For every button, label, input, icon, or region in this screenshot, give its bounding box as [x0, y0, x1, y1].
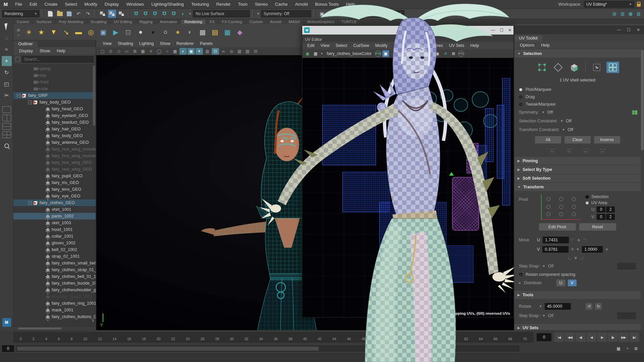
outliner-menu-item[interactable]: Help [54, 49, 68, 53]
transform-section-header[interactable]: ▼Transform [514, 183, 641, 191]
single-pane-layout-icon[interactable] [2, 106, 11, 113]
pixel-snap-icon[interactable]: ⊠ [450, 50, 457, 57]
distribute-u-button[interactable]: U [556, 280, 565, 286]
step-forward-key-button[interactable]: ▶▶ [619, 333, 629, 342]
uv-shell[interactable] [436, 111, 447, 122]
pivot-selection-radio[interactable]: Selection [585, 194, 615, 199]
character-set-icon[interactable]: ▦ [615, 345, 622, 352]
outliner-row[interactable]: − pants_1002 [13, 213, 96, 220]
selection-button[interactable]: Clear [565, 136, 591, 143]
menu-item[interactable]: File [11, 2, 26, 7]
menu-item[interactable]: Windows [122, 2, 148, 7]
channel-box-toggle-icon[interactable]: ▦ [627, 10, 634, 17]
chevron-down-icon[interactable]: ▼ [189, 12, 192, 15]
shelf-tab[interactable]: Custom [246, 19, 266, 24]
safe-title-icon[interactable]: ○ [163, 48, 171, 55]
selection-range-icon[interactable]: ←→▪▪▪ [598, 147, 607, 154]
uv-shell[interactable] [454, 98, 468, 112]
animation-preferences-icon[interactable]: ⊞ [633, 345, 639, 352]
pivot-position-grid[interactable] [541, 194, 581, 220]
maya-m-icon[interactable]: M [2, 318, 11, 327]
shelf-tab[interactable]: Arnold [267, 19, 284, 24]
selection-border-icon[interactable]: ←→▪▪▪ [581, 147, 591, 154]
uv-editor-menu-item[interactable]: Modify [372, 43, 390, 48]
minimize-button[interactable]: — [491, 28, 495, 33]
step-back-frame-button[interactable]: ◀| [576, 333, 586, 342]
psd-network-icon[interactable]: PSD [458, 51, 464, 57]
ipr-render-icon[interactable]: ▶ [110, 26, 121, 38]
shelf-tab[interactable]: MASH [285, 19, 303, 24]
viewport-menu-item[interactable]: Show [157, 41, 173, 46]
uv-shell[interactable] [386, 246, 473, 283]
shelf-tab[interactable]: Animation [157, 19, 180, 24]
outliner-row[interactable]: − side [13, 85, 96, 92]
expand-toggle[interactable]: − [28, 101, 32, 104]
shadows-icon[interactable]: ▥ [204, 48, 211, 55]
gold-material-icon[interactable]: ● [172, 26, 183, 38]
menu-item[interactable]: Bonus Tools [311, 2, 342, 7]
reset-pivot-button[interactable]: Reset [579, 223, 616, 231]
live-surface-field[interactable]: No Live Surface [193, 10, 250, 17]
outliner-row[interactable]: − strap_02_1001 [13, 253, 96, 260]
step-snap-value-field[interactable] [617, 263, 636, 269]
outliner-row[interactable]: − fairy_clothes_belt_01_1002 [13, 273, 96, 280]
image-ratio-icon[interactable]: ▣ [434, 50, 441, 57]
selection-button[interactable]: All [535, 136, 561, 143]
outliner-tab[interactable]: Outliner [13, 41, 38, 47]
symmetry-field[interactable]: Symmetry: Off [261, 10, 311, 17]
move-u-field[interactable]: 1.7431 [543, 237, 569, 243]
command-line-strip[interactable] [0, 354, 644, 362]
toolkit-titlebar[interactable]: — ☐ ✕ [514, 25, 644, 34]
shelf-tab[interactable]: UV Editing [110, 19, 135, 24]
shelf-tab[interactable]: MotionGraphics [304, 19, 338, 24]
viewport-menu-item[interactable]: Lighting [136, 41, 157, 46]
shelf-tab[interactable]: Rendering [181, 19, 206, 24]
menu-item[interactable]: Help [342, 2, 359, 7]
isolate-select-icon[interactable]: ⊟ [252, 48, 259, 55]
menu-item[interactable]: Render [213, 2, 234, 7]
uv-editor-menu-item[interactable]: Edit [304, 43, 318, 48]
divider[interactable] [128, 10, 130, 17]
shelf-tab[interactable]: FX [206, 19, 218, 24]
two-pane-layout-icon[interactable] [2, 115, 11, 121]
select-hierarchy-icon[interactable] [99, 10, 107, 18]
chevron-down-icon[interactable]: ▼ [542, 264, 545, 268]
outliner-row[interactable]: − fairy_eyelash_GEO [13, 112, 96, 119]
move-v-field[interactable]: 0.3781 [542, 246, 569, 253]
menu-item[interactable]: Edit [26, 2, 41, 7]
maximize-button[interactable]: ☐ [627, 27, 631, 32]
menu-item[interactable]: Lighting/Shading [148, 2, 187, 7]
selection-button[interactable]: Inverse [594, 136, 620, 143]
outliner-row[interactable]: − fairy_rear_wing_GEO [13, 166, 96, 173]
outliner-row[interactable]: − fairy_hair_GEO [13, 126, 96, 132]
shelf-options-gear-icon[interactable]: ⊛≡ [15, 25, 22, 40]
directional-light-icon[interactable]: ↘ [60, 26, 72, 38]
outliner-menu-item[interactable]: Show [37, 49, 53, 53]
texture-borders-icon[interactable]: ▩ [426, 50, 433, 57]
uv-shell-selected[interactable] [452, 177, 479, 231]
screen-space-ao-icon[interactable]: ⊡ [212, 48, 219, 55]
uv-editor-menu-item[interactable]: Tools [390, 43, 406, 48]
divider[interactable] [94, 10, 96, 17]
uv-shell-selected[interactable] [467, 143, 478, 173]
move-right-button[interactable]: > [605, 247, 608, 252]
maximize-button[interactable]: ☐ [500, 28, 503, 33]
tools-section-header[interactable]: ▶Tools [514, 291, 641, 299]
select-tool-icon[interactable] [2, 22, 12, 32]
render-view-icon[interactable]: ▣ [318, 10, 326, 18]
phong-material-icon[interactable]: ◐ [184, 26, 196, 38]
vertex-selection-icon[interactable] [536, 62, 548, 73]
shelf-tab[interactable]: Poly Modeling [56, 19, 87, 24]
field-chart-icon[interactable]: ≡ [147, 48, 155, 55]
toolkit-menu-item[interactable]: Help [538, 43, 553, 48]
safe-action-icon[interactable]: ◯ [155, 48, 163, 55]
chevron-down-icon[interactable]: ▼ [539, 305, 542, 308]
make-live-icon[interactable]: ◐ [179, 10, 187, 18]
xray-icon[interactable]: ▧ [236, 48, 243, 55]
menu-item[interactable]: Toon [234, 2, 251, 7]
outliner-row[interactable]: − fairy_lens_GEO [13, 186, 96, 193]
divider[interactable] [422, 50, 424, 57]
workspace-lock-icon[interactable] [637, 4, 641, 7]
move-left-button[interactable]: < [571, 247, 574, 252]
uv-area-u-min[interactable]: 0 [597, 206, 605, 213]
